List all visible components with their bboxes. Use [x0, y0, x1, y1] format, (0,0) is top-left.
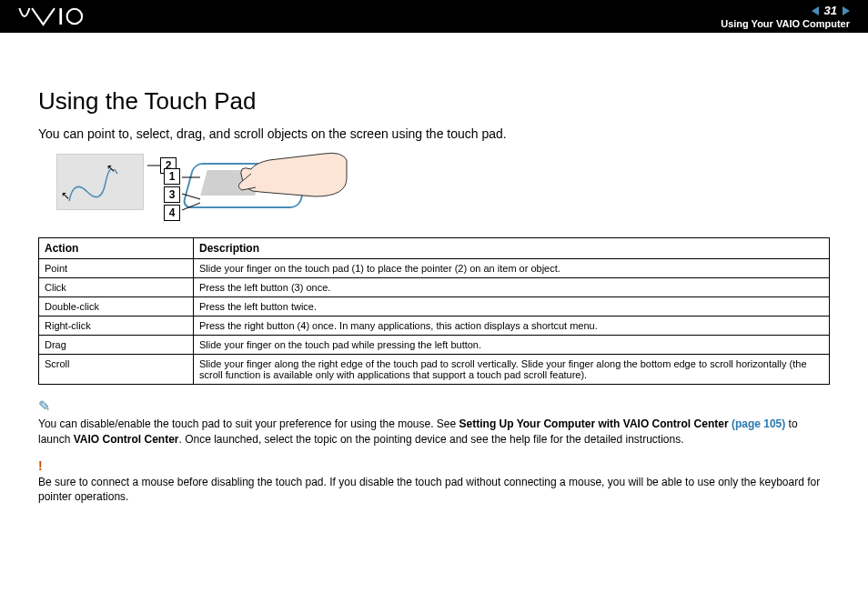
svg-line-5	[182, 203, 200, 210]
cell-action: Right-click	[39, 317, 194, 336]
cell-description: Press the left button (3) once.	[194, 278, 830, 297]
table-row: Right-clickPress the right button (4) on…	[39, 317, 830, 336]
note-bold1: Setting Up Your Computer with VAIO Contr…	[459, 417, 732, 430]
hand-icon	[233, 146, 351, 210]
callout-line-icon	[147, 161, 160, 170]
next-page-icon[interactable]	[843, 6, 850, 15]
table-row: PointSlide your finger on the touch pad …	[39, 259, 830, 278]
th-description: Description	[194, 238, 830, 259]
page-nav: 31	[812, 4, 850, 17]
header-bar: 31 Using Your VAIO Computer	[0, 0, 868, 33]
cursor-path-icon	[65, 169, 128, 206]
actions-table: Action Description PointSlide your finge…	[38, 237, 830, 385]
th-action: Action	[39, 238, 194, 259]
diagram-touchpad	[187, 154, 342, 217]
note-pre: You can disable/enable the touch pad to …	[38, 417, 459, 430]
note-text: You can disable/enable the touch pad to …	[38, 417, 830, 447]
callout-3: 3	[164, 186, 180, 203]
intro-text: You can point to, select, drag, and scro…	[38, 126, 830, 141]
section-label: Using Your VAIO Computer	[721, 18, 850, 29]
note-link[interactable]: (page 105)	[732, 417, 785, 430]
table-row: DragSlide your finger on the touch pad w…	[39, 336, 830, 355]
callout-4: 4	[164, 205, 180, 221]
cursor-icon: ↖	[61, 189, 70, 202]
cursor-icon: ↖	[106, 162, 116, 175]
cell-action: Drag	[39, 336, 194, 355]
page-number: 31	[824, 4, 837, 17]
table-row: Double-clickPress the left button twice.	[39, 297, 830, 317]
note-bold2: VAIO Control Center	[74, 433, 179, 446]
cell-description: Slide your finger along the right edge o…	[194, 355, 830, 385]
page-title: Using the Touch Pad	[38, 87, 830, 116]
diagram-cursor-wrap: ↖ ↖ 2	[56, 154, 144, 210]
table-header-row: Action Description	[39, 238, 830, 259]
table-row: ScrollSlide your finger along the right …	[39, 355, 830, 385]
callout-lines-icon	[182, 176, 200, 212]
cell-description: Slide your finger on the touch pad (1) t…	[194, 259, 830, 278]
warning-icon: !	[38, 458, 830, 473]
cell-description: Slide your finger on the touch pad while…	[194, 336, 830, 355]
cell-action: Scroll	[39, 355, 194, 385]
table-row: ClickPress the left button (3) once.	[39, 278, 830, 297]
cell-description: Press the left button twice.	[194, 297, 830, 317]
diagrams-row: ↖ ↖ 2 1 3 4	[56, 154, 830, 221]
content-area: Using the Touch Pad You can point to, se…	[0, 33, 868, 534]
cell-action: Point	[39, 259, 194, 278]
cell-description: Press the right button (4) once. In many…	[194, 317, 830, 336]
diagram-cursor: ↖ ↖	[56, 154, 144, 210]
cell-action: Double-click	[39, 297, 194, 317]
svg-rect-0	[59, 8, 62, 25]
prev-page-icon[interactable]	[812, 6, 819, 15]
cell-action: Click	[39, 278, 194, 297]
note-post: . Once launched, select the topic on the…	[178, 433, 683, 446]
header-right: 31 Using Your VAIO Computer	[721, 4, 850, 29]
svg-line-4	[182, 194, 200, 199]
vaio-logo	[18, 0, 118, 33]
callout-1: 1	[164, 168, 180, 185]
callout-stack: 1 3 4	[164, 168, 180, 221]
note-icon: ✎	[38, 397, 830, 415]
svg-point-1	[67, 9, 83, 25]
diagram-touchpad-wrap: 1 3 4	[164, 154, 342, 221]
warning-text: Be sure to connect a mouse before disabl…	[38, 475, 830, 506]
